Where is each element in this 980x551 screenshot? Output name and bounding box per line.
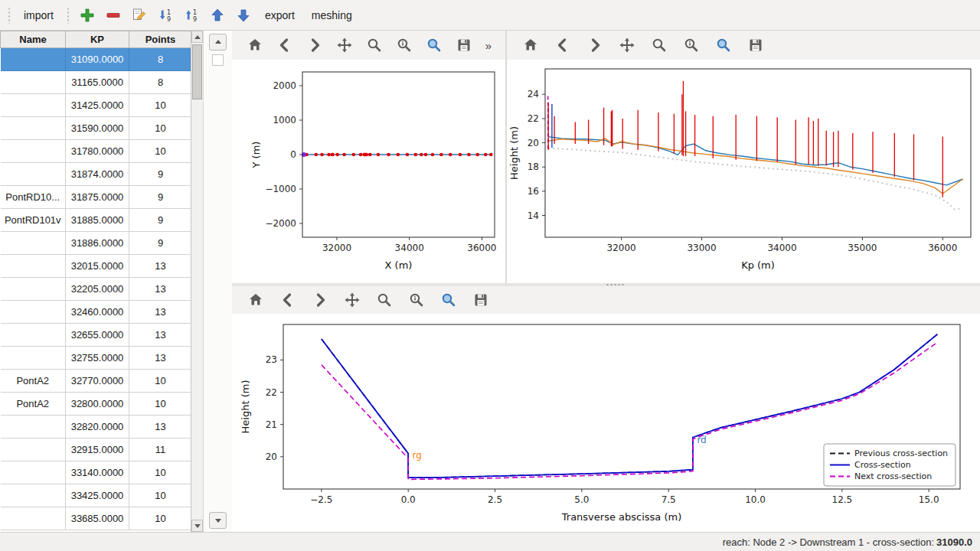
table-row[interactable]: 32655.000013 xyxy=(1,324,192,347)
name-cell[interactable] xyxy=(1,484,66,507)
name-cell[interactable] xyxy=(1,255,66,278)
zoom-button[interactable] xyxy=(371,289,397,311)
name-cell[interactable]: PontRD101v xyxy=(1,209,66,232)
name-cell[interactable] xyxy=(1,347,66,370)
move-down-button[interactable] xyxy=(232,4,255,27)
kp-cell[interactable]: 31425.0000 xyxy=(66,94,129,117)
name-cell[interactable] xyxy=(1,140,66,163)
table-row[interactable]: PontA232770.000010 xyxy=(1,370,192,393)
table-row[interactable]: 33425.000010 xyxy=(1,484,192,507)
points-cell[interactable]: 10 xyxy=(129,484,192,507)
kp-cell[interactable]: 32755.0000 xyxy=(66,347,129,370)
kp-cell[interactable]: 33685.0000 xyxy=(66,507,129,530)
pan-button[interactable] xyxy=(332,34,356,57)
scroll-up-button[interactable] xyxy=(191,31,203,43)
points-cell[interactable]: 13 xyxy=(129,255,192,278)
kp-cell[interactable]: 33425.0000 xyxy=(66,484,129,507)
name-cell[interactable] xyxy=(1,71,66,94)
points-cell[interactable]: 13 xyxy=(129,278,192,301)
points-cell[interactable]: 10 xyxy=(129,370,192,393)
import-button[interactable]: import xyxy=(17,5,60,25)
toolbar-grip[interactable] xyxy=(66,7,70,24)
points-cell[interactable]: 8 xyxy=(129,48,192,71)
points-cell[interactable]: 9 xyxy=(129,209,192,232)
table-row[interactable]: 31590.000010 xyxy=(1,117,192,140)
home-button[interactable] xyxy=(518,34,544,57)
panel-scroll-down-button[interactable] xyxy=(209,512,227,529)
table-row[interactable]: 33685.000010 xyxy=(1,507,192,530)
table-row[interactable]: 31425.000010 xyxy=(1,94,192,117)
table-row[interactable]: 31886.00009 xyxy=(1,232,192,255)
points-cell[interactable]: 10 xyxy=(129,140,192,163)
table-row[interactable]: 32820.000013 xyxy=(1,416,192,439)
table-row[interactable]: 32460.000013 xyxy=(1,301,192,324)
table-row[interactable]: 32205.000013 xyxy=(1,278,192,301)
table-row[interactable]: 33140.000010 xyxy=(1,461,192,484)
points-cell[interactable]: 11 xyxy=(129,439,192,461)
table-row[interactable]: PontRD101v31885.00009 xyxy=(1,209,192,232)
points-cell[interactable]: 10 xyxy=(129,117,192,140)
export-button[interactable]: export xyxy=(258,5,302,25)
add-button[interactable] xyxy=(76,4,99,27)
cross-section-canvas[interactable]: rgrd−2.50.02.55.07.510.012.515.020212223… xyxy=(232,314,980,532)
kp-cell[interactable]: 32800.0000 xyxy=(66,393,129,416)
table-row[interactable]: 31165.00008 xyxy=(1,71,192,94)
name-cell[interactable] xyxy=(1,94,66,117)
name-cell[interactable] xyxy=(1,301,66,324)
name-cell[interactable] xyxy=(1,416,66,439)
kp-cell[interactable]: 32460.0000 xyxy=(66,301,129,324)
column-header-kp[interactable]: KP xyxy=(66,31,129,48)
kp-cell[interactable]: 31885.0000 xyxy=(66,209,129,232)
back-button[interactable] xyxy=(275,289,301,311)
name-cell[interactable] xyxy=(1,48,66,71)
zoom-info-button[interactable] xyxy=(403,289,430,311)
pan-button[interactable] xyxy=(339,289,365,311)
toolbar-overflow-button[interactable]: » xyxy=(482,39,495,52)
zoom-region-button[interactable] xyxy=(436,289,462,311)
name-cell[interactable] xyxy=(1,439,66,461)
kp-cell[interactable]: 31875.0000 xyxy=(66,186,129,209)
kp-cell[interactable]: 32770.0000 xyxy=(66,370,129,393)
name-cell[interactable] xyxy=(1,232,66,255)
points-cell[interactable]: 10 xyxy=(129,393,192,416)
kp-cell[interactable]: 31165.0000 xyxy=(66,71,129,94)
zoom-button[interactable] xyxy=(362,34,386,57)
longitudinal-profile-canvas[interactable]: 3200033000340003500036000141618202224Kp … xyxy=(507,60,980,283)
kp-cell[interactable]: 32820.0000 xyxy=(66,416,129,439)
name-cell[interactable] xyxy=(1,507,66,530)
table-row[interactable]: 31780.000010 xyxy=(1,140,192,163)
back-button[interactable] xyxy=(273,34,296,57)
sort-ascending-button[interactable]: 1 9 xyxy=(180,4,203,27)
points-cell[interactable]: 10 xyxy=(129,94,192,117)
forward-button[interactable] xyxy=(582,34,608,57)
column-header-name[interactable]: Name xyxy=(1,31,66,48)
edit-button[interactable] xyxy=(128,4,151,27)
scroll-down-button[interactable] xyxy=(191,520,203,532)
points-cell[interactable]: 13 xyxy=(129,324,192,347)
zoom-info-button[interactable] xyxy=(392,34,416,57)
zoom-region-button[interactable] xyxy=(422,34,446,57)
table-row[interactable]: PontA232800.000010 xyxy=(1,393,192,416)
table-row[interactable]: 32915.000011 xyxy=(1,439,192,461)
save-button[interactable] xyxy=(468,289,494,311)
kp-cell[interactable]: 31590.0000 xyxy=(66,117,129,140)
column-header-points[interactable]: Points xyxy=(129,31,192,48)
meshing-button[interactable]: meshing xyxy=(305,5,359,25)
panel-scroll-up-button[interactable] xyxy=(209,34,227,51)
table-row[interactable]: PontRD10...31875.00009 xyxy=(1,186,192,209)
pan-button[interactable] xyxy=(614,34,640,57)
points-cell[interactable]: 8 xyxy=(129,71,192,94)
save-button[interactable] xyxy=(452,34,476,57)
home-button[interactable] xyxy=(243,34,266,57)
move-up-button[interactable] xyxy=(206,4,229,27)
points-cell[interactable]: 9 xyxy=(129,163,192,186)
kp-cell[interactable]: 31874.0000 xyxy=(66,163,129,186)
kp-cell[interactable]: 32655.0000 xyxy=(66,324,129,347)
name-cell[interactable]: PontA2 xyxy=(1,370,66,393)
table-row[interactable]: 31090.00008 xyxy=(1,48,192,71)
forward-button[interactable] xyxy=(307,289,333,311)
points-cell[interactable]: 9 xyxy=(129,232,192,255)
name-cell[interactable] xyxy=(1,278,66,301)
forward-button[interactable] xyxy=(302,34,326,57)
name-cell[interactable] xyxy=(1,117,66,140)
